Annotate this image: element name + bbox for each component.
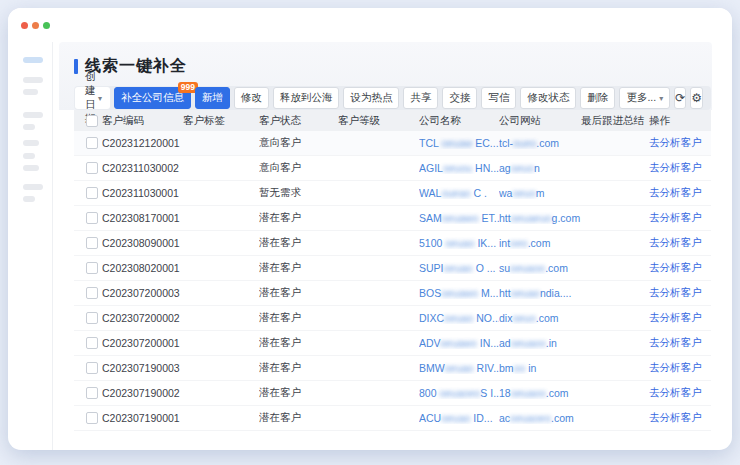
company-name-link[interactable]: ADVoeuawo IN... [419,337,499,349]
row-checkbox[interactable] [86,362,98,374]
analyze-customer-link[interactable]: 去分析客户 [649,261,702,273]
customer-status: 潜在客户 [259,336,338,350]
analyze-customer-link[interactable]: 去分析客户 [649,311,702,323]
row-checkbox[interactable] [86,262,98,274]
redacted-text: oeuawo [442,212,479,224]
redacted-text: oeuao [511,287,540,299]
row-checkbox[interactable] [86,187,98,199]
company-name-link[interactable]: TCL oeuaw EC... [419,137,499,149]
release-to-pool-button[interactable]: 释放到公海 [273,87,340,109]
company-website-link[interactable]: waoeuom [499,187,581,199]
sync-icon[interactable]: ⟳ [674,87,686,109]
sidebar-skeleton-item[interactable] [23,112,43,118]
select-all-checkbox[interactable] [86,115,98,127]
row-checkbox[interactable] [86,337,98,349]
customer-code: C202307190001 [102,412,183,424]
analyze-customer-link[interactable]: 去分析客户 [649,336,702,348]
row-checkbox[interactable] [86,212,98,224]
sidebar-skeleton-item[interactable] [23,57,43,63]
analyze-customer-link[interactable]: 去分析客户 [649,286,702,298]
company-website-link[interactable]: 18oeuaoo.com [499,387,581,399]
traffic-light-minimize-icon[interactable] [32,22,39,29]
table-row: C202308170001 潜在客户 SAMoeuawo ET... httoe… [74,206,711,231]
sidebar-skeleton-item[interactable] [23,184,43,190]
company-website-link[interactable]: httoeuaondia.... [499,287,581,299]
analyze-customer-link[interactable]: 去分析客户 [649,386,702,398]
row-checkbox[interactable] [86,387,98,399]
set-hotspot-button[interactable]: 设为热点 [343,87,399,109]
row-checkbox[interactable] [86,287,98,299]
create-date-filter-dropdown[interactable]: 创建日期 ▾ [75,87,110,109]
analyze-customer-link[interactable]: 去分析客户 [649,136,702,148]
company-name-link[interactable]: WALoueao C . [419,187,499,199]
sidebar-skeleton-item[interactable] [23,124,35,130]
delete-button[interactable]: 删除 [580,87,615,109]
row-checkbox[interactable] [86,237,98,249]
company-name-link[interactable]: SUPIoeuao O ... [419,262,499,274]
company-website-link[interactable]: intoeo.com [499,237,581,249]
analyze-customer-link[interactable]: 去分析客户 [649,236,702,248]
traffic-light-close-icon[interactable] [21,22,28,29]
share-button[interactable]: 共享 [403,87,438,109]
company-name-link[interactable]: BMWoeuao RIV... [419,362,499,374]
edit-button[interactable]: 修改 [234,87,269,109]
sidebar-skeleton-item[interactable] [23,165,39,171]
company-website-link[interactable]: tcl-oueo.com [499,137,581,149]
sidebar-skeleton-item[interactable] [23,77,43,83]
analyze-customer-link[interactable]: 去分析客户 [649,186,702,198]
company-name-link[interactable]: 800 oeuaoeoS I... [419,387,499,399]
row-checkbox[interactable] [86,312,98,324]
company-website-link[interactable]: bmoo in [499,362,581,374]
redacted-text: oeuaoo [510,262,545,274]
row-checkbox[interactable] [86,162,98,174]
redacted-text: oueo [513,137,536,149]
write-letter-button[interactable]: 写信 [481,87,516,109]
table-row: C202307190001 潜在客户 ACUoeuao ID... acoeua… [74,406,711,431]
chevron-down-icon: ▾ [659,94,663,103]
gear-icon[interactable]: ⚙ [690,87,703,109]
change-status-button[interactable]: 修改状态 [520,87,576,109]
customer-code: C202311030001 [102,187,183,199]
customer-code: C202307200001 [102,337,183,349]
company-website-link[interactable]: agoeuon [499,162,581,174]
traffic-light-zoom-icon[interactable] [43,22,50,29]
redacted-text: oeuao [444,262,473,274]
company-name-link[interactable]: SAMoeuawo ET... [419,212,499,224]
redacted-text: oeuaoo [511,387,546,399]
col-company-website: 公司网站 [499,114,581,128]
sidebar-skeleton-item[interactable] [23,89,38,95]
row-checkbox[interactable] [86,412,98,424]
redacted-text: oueao [441,187,470,199]
company-website-link[interactable]: acoeuaoeo.com [499,412,581,424]
analyze-customer-link[interactable]: 去分析客户 [649,361,702,373]
sidebar-skeleton-item[interactable] [23,140,39,146]
add-button[interactable]: 新增 [195,87,230,109]
company-name-link[interactable]: AGILoeuou HN... [419,162,499,174]
company-website-link[interactable]: adoeuaoo.in [499,337,581,349]
redacted-text: oeuaoeo [439,387,480,399]
sidebar-skeleton-item[interactable] [23,153,35,159]
analyze-customer-link[interactable]: 去分析客户 [649,211,702,223]
redacted-text: oeuaoo [511,337,546,349]
customer-code: C202308170001 [102,212,183,224]
handover-button[interactable]: 交接 [442,87,477,109]
table-row: C202307200001 潜在客户 ADVoeuawo IN... adoeu… [74,331,711,356]
analyze-customer-link[interactable]: 去分析客户 [649,411,702,423]
company-name-link[interactable]: DIXCoeuao NO... [419,312,499,324]
browser-window: 线索一键补全 创建日期 ▾ 补全公司信息 999 新增 修改 释放到公海 设为热… [8,8,732,450]
company-website-link[interactable]: dixoeuo.com [499,312,581,324]
customer-code: C202308090001 [102,237,183,249]
col-actions: 操作 [649,114,711,128]
company-name-link[interactable]: 5100 oeuao IK... [419,237,499,249]
company-website-link[interactable]: httoeuaeuog.com [499,212,581,224]
company-name-link[interactable]: ACUoeuao ID... [419,412,499,424]
company-website-link[interactable]: suoeuaoo.com [499,262,581,274]
complete-company-info-button[interactable]: 补全公司信息 999 [114,87,191,109]
col-customer-level: 客户等级 [338,114,419,128]
analyze-customer-link[interactable]: 去分析客户 [649,161,702,173]
customer-status: 潜在客户 [259,236,338,250]
company-name-link[interactable]: BOSoeuawo M... [419,287,499,299]
row-checkbox[interactable] [86,137,98,149]
sidebar-skeleton-item[interactable] [23,196,35,202]
more-button[interactable]: 更多... ▾ [619,87,670,109]
